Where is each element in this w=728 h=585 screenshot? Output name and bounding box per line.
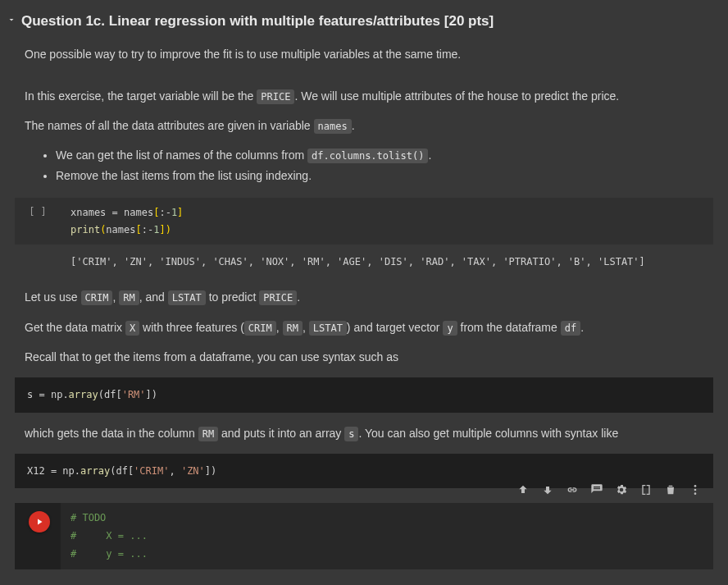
code-rm3: RM	[198, 427, 218, 441]
svg-point-1	[694, 489, 697, 491]
svg-point-2	[694, 493, 697, 496]
code-s: s	[344, 427, 358, 441]
comment-icon[interactable]	[590, 483, 603, 496]
text: .	[428, 149, 431, 162]
code-editor[interactable]: xnames = names[:-1] print(names[:-1])	[61, 198, 713, 245]
code-df: df	[561, 321, 580, 336]
code-rm2: RM	[283, 321, 303, 336]
section-header[interactable]: Question 1c. Linear regression with mult…	[0, 7, 728, 39]
link-icon[interactable]	[566, 483, 579, 496]
paragraph-names: The names of all the data attributes are…	[25, 117, 703, 135]
code-cell[interactable]: [ ] xnames = names[:-1] print(names[:-1]…	[15, 198, 713, 245]
text: . We will use multiple attributes of the…	[294, 89, 619, 103]
section-body: One possible way to try to improve the f…	[0, 45, 728, 569]
code-y: y	[443, 321, 457, 336]
cell-toolbar	[508, 480, 710, 500]
gear-icon[interactable]	[615, 483, 628, 496]
text: In this exercise, the target variable wi…	[25, 89, 257, 103]
more-vert-icon[interactable]	[689, 483, 702, 496]
collapse-icon[interactable]	[7, 11, 16, 30]
code-crim: CRIM	[81, 290, 113, 305]
text: We can get the list of names of the colu…	[56, 149, 307, 162]
code-price: PRICE	[257, 89, 294, 104]
paragraph-recall: Recall that to get the items from a data…	[25, 348, 703, 366]
paragraph-use-features: Let us use CRIM, RM, and LSTAT to predic…	[25, 288, 703, 306]
active-code-cell[interactable]: # TODO # X = ... # y = ...	[15, 503, 713, 569]
code-editor[interactable]: # TODO # X = ... # y = ...	[61, 503, 713, 569]
mirror-icon[interactable]	[639, 483, 653, 496]
run-cell-button[interactable]	[29, 511, 50, 532]
code-rm: RM	[119, 290, 139, 305]
code-x: X	[125, 321, 139, 336]
text: .	[352, 119, 355, 132]
move-down-icon[interactable]	[541, 483, 554, 496]
code-lstat: LSTAT	[168, 290, 206, 305]
list-item: Remove the last items from the list usin…	[56, 167, 703, 185]
cell-gutter[interactable]	[15, 503, 61, 569]
bullet-list: We can get the list of names of the colu…	[56, 146, 703, 185]
code-tolist: df.columns.tolist()	[307, 149, 428, 163]
svg-point-0	[694, 485, 697, 487]
list-item: We can get the list of names of the colu…	[56, 146, 703, 164]
move-up-icon[interactable]	[516, 483, 530, 496]
code-snippet: s = np.array(df['RM'])	[15, 377, 713, 412]
trash-icon[interactable]	[664, 483, 677, 496]
section-title: Question 1c. Linear regression with mult…	[21, 10, 494, 32]
text: The names of all the data attributes are…	[25, 119, 314, 132]
cell-output: ['CRIM', 'ZN', 'INDUS', 'CHAS', 'NOX', '…	[61, 249, 713, 275]
code-names: names	[314, 119, 352, 134]
paragraph-get-matrix: Get the data matrix X with three feature…	[25, 318, 703, 336]
paragraph-target: In this exercise, the target variable wi…	[25, 87, 703, 105]
paragraph-multi-col: which gets the data in the column RM and…	[25, 424, 703, 442]
code-price2: PRICE	[259, 290, 297, 305]
code-snippet-body: s = np.array(df['RM'])	[15, 377, 713, 412]
code-crim2: CRIM	[244, 321, 276, 336]
cell-exec-indicator[interactable]: [ ]	[15, 198, 61, 245]
intro-paragraph: One possible way to try to improve the f…	[25, 45, 703, 63]
code-lstat2: LSTAT	[309, 321, 347, 336]
